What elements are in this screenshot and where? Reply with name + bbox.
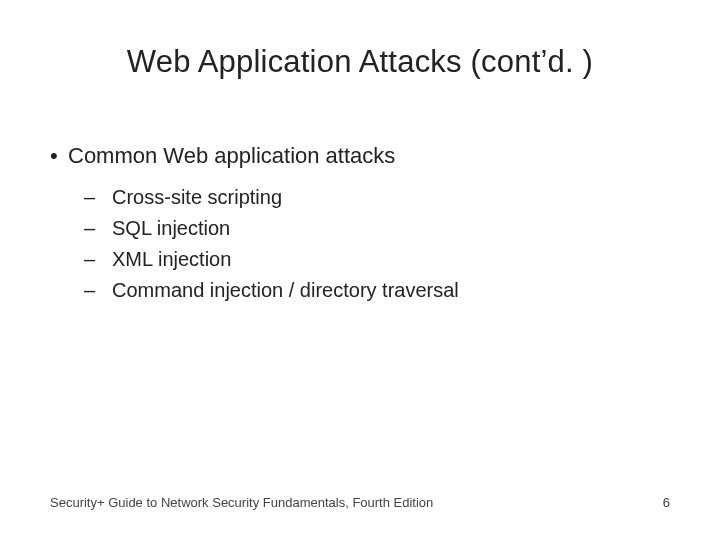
sub-bullet-item: – XML injection xyxy=(84,244,670,275)
sub-bullet-marker: – xyxy=(84,182,112,213)
bullet-text: Common Web application attacks xyxy=(68,142,670,170)
footer-page-number: 6 xyxy=(663,495,670,510)
sub-bullet-text: Command injection / directory traversal xyxy=(112,275,670,306)
slide: Web Application Attacks (cont’d. ) • Com… xyxy=(0,0,720,540)
sub-bullet-item: – SQL injection xyxy=(84,213,670,244)
sub-bullet-item: – Command injection / directory traversa… xyxy=(84,275,670,306)
sub-bullet-text: Cross-site scripting xyxy=(112,182,670,213)
sub-bullet-item: – Cross-site scripting xyxy=(84,182,670,213)
slide-title: Web Application Attacks (cont’d. ) xyxy=(0,44,720,80)
bullet-marker: • xyxy=(50,142,68,170)
sub-bullet-text: XML injection xyxy=(112,244,670,275)
bullet-item: • Common Web application attacks xyxy=(50,142,670,170)
sub-bullet-marker: – xyxy=(84,275,112,306)
sub-bullet-marker: – xyxy=(84,213,112,244)
sub-bullet-marker: – xyxy=(84,244,112,275)
sub-bullet-text: SQL injection xyxy=(112,213,670,244)
footer-source: Security+ Guide to Network Security Fund… xyxy=(50,495,433,510)
sub-bullet-list: – Cross-site scripting – SQL injection –… xyxy=(84,182,670,306)
slide-body: • Common Web application attacks – Cross… xyxy=(50,142,670,306)
